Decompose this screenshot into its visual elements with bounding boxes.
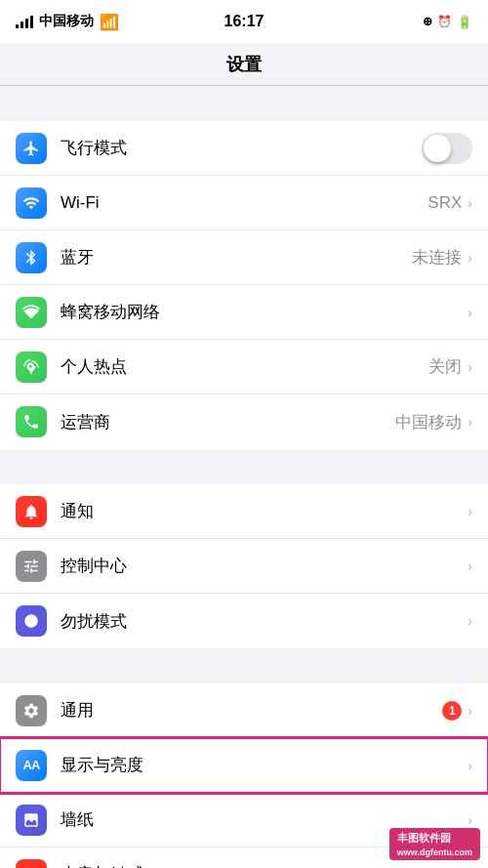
watermark-url: www.dgfentu.com (397, 847, 472, 857)
carrier-label: 中国移动 (39, 13, 94, 30)
signal-bar-1 (16, 24, 19, 28)
wifi-icon: 📶 (100, 13, 119, 31)
carrier-value: 中国移动 (395, 411, 462, 434)
alarm-icon: ⏰ (437, 15, 452, 28)
airplane-toggle[interactable] (422, 133, 472, 164)
carrier-chevron: › (468, 414, 472, 430)
battery-icon: 🔋 (457, 15, 472, 29)
wallpaper-icon (16, 805, 47, 836)
wifi-value: SRX (427, 193, 462, 213)
hotspot-chevron: › (468, 359, 472, 375)
setting-row-hotspot[interactable]: 个人热点 关闭 › (0, 340, 488, 394)
bluetooth-icon (16, 242, 47, 273)
control-label: 控制中心 (61, 555, 468, 577)
signal-bar-4 (30, 16, 33, 28)
signal-bars (16, 15, 33, 28)
wallpaper-chevron: › (468, 812, 472, 828)
status-bar-right: ⊕ ⏰ 🔋 (423, 15, 472, 29)
setting-row-wifi[interactable]: Wi-Fi SRX › (0, 176, 488, 230)
donotdisturb-icon (16, 605, 47, 637)
carrier-label: 运营商 (61, 411, 395, 434)
setting-row-airplane[interactable]: 飞行模式 (0, 121, 488, 176)
setting-row-cellular[interactable]: 蜂窝移动网络 › (0, 285, 488, 340)
airplane-icon (16, 133, 47, 164)
donotdisturb-label: 勿扰模式 (61, 610, 468, 633)
hotspot-label: 个人热点 (61, 355, 428, 378)
notifications-label: 通知 (61, 500, 468, 522)
nav-bar: 设置 (0, 43, 488, 86)
sound-label: 声音与触感 (61, 863, 468, 868)
notifications-chevron: › (468, 504, 472, 519)
display-label: 显示与亮度 (61, 754, 468, 776)
cellular-label: 蜂窝移动网络 (61, 301, 468, 323)
notifications-icon (16, 496, 47, 527)
signal-bar-2 (20, 21, 23, 28)
wifi-chevron: › (468, 195, 472, 211)
airplane-label: 飞行模式 (61, 137, 422, 159)
section-gap-top (0, 86, 488, 121)
hotspot-icon (16, 351, 47, 383)
wifi-icon (16, 187, 47, 219)
donotdisturb-chevron: › (468, 613, 472, 629)
section-gap-2 (0, 648, 488, 683)
section-system: 通知 › 控制中心 › 勿扰模式 › (0, 484, 488, 648)
display-chevron: › (468, 758, 472, 773)
status-bar-time: 16:17 (224, 13, 264, 30)
watermark: 丰图软件园 www.dgfentu.com (389, 828, 480, 860)
settings-container: 飞行模式 Wi-Fi SRX › 蓝牙 未连接 › (0, 86, 488, 868)
control-chevron: › (468, 558, 472, 574)
general-icon (16, 695, 47, 726)
setting-row-display[interactable]: AA 显示与亮度 › (0, 738, 488, 793)
setting-row-donotdisturb[interactable]: 勿扰模式 › (0, 594, 488, 648)
setting-row-carrier[interactable]: 运营商 中国移动 › (0, 394, 488, 449)
signal-bar-3 (25, 19, 28, 28)
section-network: 飞行模式 Wi-Fi SRX › 蓝牙 未连接 › (0, 121, 488, 449)
setting-row-bluetooth[interactable]: 蓝牙 未连接 › (0, 230, 488, 285)
watermark-text: 丰图软件园 (397, 832, 451, 844)
setting-row-control[interactable]: 控制中心 › (0, 539, 488, 594)
nav-title: 设置 (226, 53, 262, 76)
hotspot-value: 关闭 (428, 355, 462, 378)
bluetooth-chevron: › (468, 250, 472, 266)
cellular-chevron: › (468, 305, 472, 320)
toggle-knob (424, 135, 451, 162)
carrier-icon (16, 406, 47, 437)
wifi-label: Wi-Fi (61, 193, 427, 213)
sound-icon (16, 859, 47, 869)
general-chevron: › (468, 703, 472, 719)
setting-row-general[interactable]: 通用 1 › (0, 683, 488, 738)
general-label: 通用 (61, 699, 442, 722)
bluetooth-label: 蓝牙 (61, 246, 412, 269)
status-bar-left: 中国移动 📶 (16, 13, 119, 31)
setting-row-notifications[interactable]: 通知 › (0, 484, 488, 539)
control-icon (16, 551, 47, 582)
bluetooth-value: 未连接 (412, 246, 462, 269)
section-gap-1 (0, 449, 488, 484)
location-icon: ⊕ (423, 15, 432, 28)
status-bar: 中国移动 📶 16:17 ⊕ ⏰ 🔋 (0, 0, 488, 43)
general-badge: 1 (442, 701, 462, 721)
display-icon: AA (16, 750, 47, 781)
cellular-icon (16, 297, 47, 328)
